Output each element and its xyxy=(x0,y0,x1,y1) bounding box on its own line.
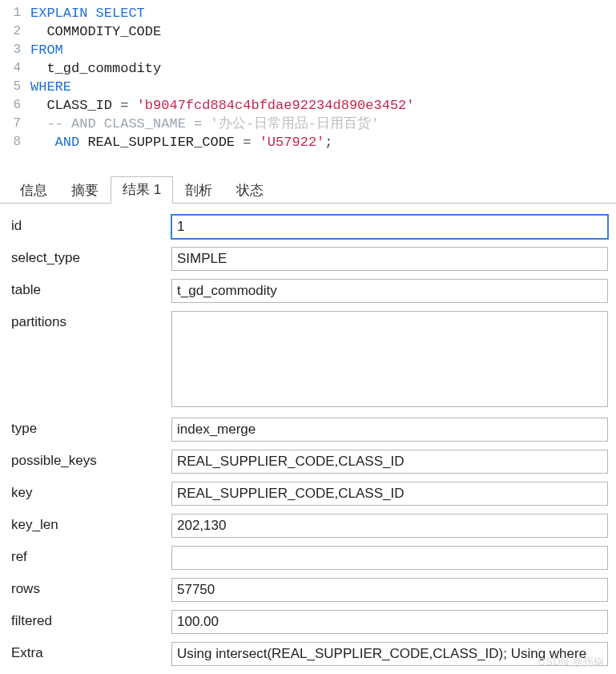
line-number: 6 xyxy=(0,97,30,115)
field-label: select_type xyxy=(11,247,171,266)
field-wrap xyxy=(171,311,608,410)
code-line[interactable]: 8 AND REAL_SUPPLIER_CODE = 'U57922'; xyxy=(0,134,616,152)
code-token: '办公-日常用品-日用百货' xyxy=(210,116,379,131)
code-content[interactable]: EXPLAIN SELECT xyxy=(30,5,145,23)
tab-剖析[interactable]: 剖析 xyxy=(173,177,224,204)
field-wrap xyxy=(171,546,608,570)
field-label: possible_keys xyxy=(11,450,171,469)
code-token: CLASS_ID xyxy=(46,98,120,113)
result-row-partitions: partitions xyxy=(11,311,608,410)
field-wrap xyxy=(171,610,608,634)
code-token: = xyxy=(120,98,136,113)
field-label: ref xyxy=(11,546,171,565)
code-line[interactable]: 6 CLASS_ID = 'b9047fcd884c4bfdae92234d89… xyxy=(0,97,616,115)
field-input-partitions[interactable] xyxy=(171,311,608,407)
code-token xyxy=(30,116,46,131)
field-input-Extra[interactable] xyxy=(171,642,608,666)
field-wrap xyxy=(171,578,608,602)
line-number: 3 xyxy=(0,42,30,60)
field-wrap xyxy=(171,642,608,666)
code-token: EXPLAIN SELECT xyxy=(30,6,145,21)
result-form: idselect_typetablepartitionstypepossible… xyxy=(0,204,616,666)
code-token: 'b9047fcd884c4bfdae92234d890e3452' xyxy=(137,98,415,113)
field-wrap xyxy=(171,482,608,506)
field-input-type[interactable] xyxy=(171,418,608,442)
field-wrap xyxy=(171,418,608,442)
code-token xyxy=(30,61,46,76)
code-token xyxy=(30,24,46,39)
result-row-ref: ref xyxy=(11,546,608,570)
code-token xyxy=(30,98,46,113)
field-label: type xyxy=(11,418,171,437)
result-row-Extra: Extra xyxy=(11,642,608,666)
result-row-type: type xyxy=(11,418,608,442)
code-content[interactable]: WHERE xyxy=(30,79,71,97)
field-label: rows xyxy=(11,578,171,597)
code-content[interactable]: -- AND CLASS_NAME = '办公-日常用品-日用百货' xyxy=(30,115,379,134)
field-wrap xyxy=(171,514,608,538)
field-label: Extra xyxy=(11,642,171,661)
code-token: AND xyxy=(55,135,80,150)
line-number: 8 xyxy=(0,134,30,152)
result-row-select_type: select_type xyxy=(11,247,608,271)
field-label: partitions xyxy=(11,311,171,330)
field-input-id[interactable] xyxy=(171,215,608,239)
code-token: = xyxy=(243,135,259,150)
field-wrap xyxy=(171,247,608,271)
code-line[interactable]: 7 -- AND CLASS_NAME = '办公-日常用品-日用百货' xyxy=(0,115,616,134)
result-row-table: table xyxy=(11,279,608,303)
field-label: filtered xyxy=(11,610,171,629)
line-number: 2 xyxy=(0,23,30,42)
field-input-key[interactable] xyxy=(171,482,608,506)
sql-editor[interactable]: 1EXPLAIN SELECT2 COMMODITY_CODE3FROM4 t_… xyxy=(0,0,616,160)
tab-状态[interactable]: 状态 xyxy=(224,177,276,204)
code-line[interactable]: 4 t_gd_commodity xyxy=(0,60,616,79)
code-token: ; xyxy=(324,135,332,150)
code-token: COMMODITY_CODE xyxy=(46,24,161,39)
code-token: 'U57922' xyxy=(260,135,325,150)
code-token: FROM xyxy=(30,42,63,58)
field-input-ref[interactable] xyxy=(171,546,608,570)
code-content[interactable]: FROM xyxy=(30,42,63,60)
field-label: key_len xyxy=(11,514,171,533)
tab-信息[interactable]: 信息 xyxy=(8,177,59,204)
result-row-filtered: filtered xyxy=(11,610,608,634)
code-line[interactable]: 1EXPLAIN SELECT xyxy=(0,5,616,23)
field-input-rows[interactable] xyxy=(171,578,608,602)
field-label: table xyxy=(11,279,171,298)
result-row-possible_keys: possible_keys xyxy=(11,450,608,474)
code-line[interactable]: 3FROM xyxy=(0,42,616,60)
result-row-key_len: key_len xyxy=(11,514,608,538)
field-input-select_type[interactable] xyxy=(171,247,608,271)
result-row-key: key xyxy=(11,482,608,506)
code-content[interactable]: AND REAL_SUPPLIER_CODE = 'U57922'; xyxy=(30,134,333,152)
line-number: 7 xyxy=(0,115,30,134)
code-content[interactable]: CLASS_ID = 'b9047fcd884c4bfdae92234d890e… xyxy=(30,97,415,115)
tab-摘要[interactable]: 摘要 xyxy=(59,177,111,204)
line-number: 5 xyxy=(0,79,30,97)
code-line[interactable]: 2 COMMODITY_CODE xyxy=(0,23,616,42)
field-wrap xyxy=(171,215,608,239)
field-wrap xyxy=(171,279,608,303)
field-label: id xyxy=(11,215,171,234)
field-label: key xyxy=(11,482,171,501)
code-token: -- AND CLASS_NAME = xyxy=(46,116,210,131)
code-content[interactable]: COMMODITY_CODE xyxy=(30,23,161,42)
result-row-id: id xyxy=(11,215,608,239)
code-token: WHERE xyxy=(30,79,71,95)
field-input-possible_keys[interactable] xyxy=(171,450,608,474)
field-input-key_len[interactable] xyxy=(171,514,608,538)
code-line[interactable]: 5WHERE xyxy=(0,79,616,97)
field-wrap xyxy=(171,450,608,474)
result-row-rows: rows xyxy=(11,578,608,602)
code-content[interactable]: t_gd_commodity xyxy=(30,60,161,79)
code-token xyxy=(30,135,55,150)
code-token: t_gd_commodity xyxy=(46,61,161,76)
field-input-table[interactable] xyxy=(171,279,608,303)
code-token: REAL_SUPPLIER_CODE xyxy=(79,135,243,150)
line-number: 1 xyxy=(0,5,30,23)
tab-结果 1[interactable]: 结果 1 xyxy=(111,176,173,204)
field-input-filtered[interactable] xyxy=(171,610,608,634)
result-tabs: 信息摘要结果 1剖析状态 xyxy=(0,176,616,204)
line-number: 4 xyxy=(0,60,30,79)
